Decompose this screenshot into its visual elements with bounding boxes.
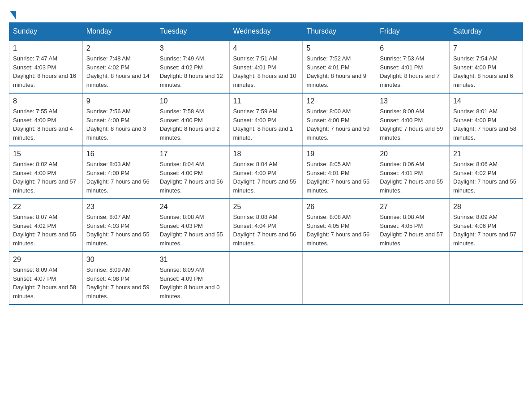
sunrise-label: Sunrise: 7:53 AM: [380, 55, 424, 62]
day-info: Sunrise: 8:09 AM Sunset: 4:07 PM Dayligh…: [13, 265, 79, 300]
day-cell: 2 Sunrise: 7:48 AM Sunset: 4:02 PM Dayli…: [82, 40, 156, 93]
header-wednesday: Wednesday: [229, 23, 303, 41]
sunset-label: Sunset: 4:08 PM: [86, 275, 129, 282]
daylight-label: Daylight: 7 hours and 55 minutes.: [13, 231, 76, 247]
sunset-label: Sunset: 4:00 PM: [306, 117, 349, 124]
sunrise-label: Sunrise: 8:04 AM: [160, 161, 204, 167]
sunset-label: Sunset: 4:00 PM: [13, 170, 56, 176]
day-cell: 26 Sunrise: 8:08 AM Sunset: 4:05 PM Dayl…: [303, 199, 376, 252]
day-number: 21: [453, 150, 519, 158]
day-info: Sunrise: 8:07 AM Sunset: 4:02 PM Dayligh…: [13, 213, 79, 248]
daylight-label: Daylight: 8 hours and 12 minutes.: [160, 73, 223, 88]
daylight-label: Daylight: 7 hours and 58 minutes.: [453, 125, 516, 141]
sunset-label: Sunset: 4:00 PM: [13, 117, 56, 124]
day-info: Sunrise: 8:05 AM Sunset: 4:01 PM Dayligh…: [306, 160, 372, 195]
daylight-label: Daylight: 8 hours and 7 minutes.: [380, 73, 440, 88]
day-cell: 19 Sunrise: 8:05 AM Sunset: 4:01 PM Dayl…: [303, 146, 376, 199]
header-friday: Friday: [376, 23, 450, 41]
daylight-label: Daylight: 7 hours and 56 minutes.: [233, 231, 296, 247]
day-info: Sunrise: 8:04 AM Sunset: 4:00 PM Dayligh…: [160, 160, 226, 195]
week-row-1: 1 Sunrise: 7:47 AM Sunset: 4:03 PM Dayli…: [9, 40, 523, 93]
day-info: Sunrise: 8:08 AM Sunset: 4:03 PM Dayligh…: [160, 213, 226, 248]
sunset-label: Sunset: 4:00 PM: [453, 64, 496, 71]
sunset-label: Sunset: 4:01 PM: [233, 64, 276, 71]
sunset-label: Sunset: 4:00 PM: [160, 117, 203, 124]
logo-arrow-icon: [10, 11, 16, 20]
day-info: Sunrise: 7:56 AM Sunset: 4:00 PM Dayligh…: [86, 107, 152, 142]
day-number: 27: [380, 203, 446, 211]
day-cell: [376, 252, 450, 304]
daylight-label: Daylight: 7 hours and 56 minutes.: [160, 178, 223, 194]
sunrise-label: Sunrise: 7:59 AM: [233, 108, 278, 115]
day-info: Sunrise: 7:52 AM Sunset: 4:01 PM Dayligh…: [306, 54, 372, 89]
sunset-label: Sunset: 4:03 PM: [160, 223, 203, 229]
day-number: 14: [453, 97, 519, 105]
day-number: 29: [13, 256, 79, 264]
daylight-label: Daylight: 7 hours and 57 minutes.: [13, 178, 76, 194]
daylight-label: Daylight: 7 hours and 59 minutes.: [306, 125, 369, 141]
sunrise-label: Sunrise: 8:06 AM: [380, 161, 424, 167]
sunset-label: Sunset: 4:01 PM: [306, 64, 349, 71]
day-cell: 21 Sunrise: 8:06 AM Sunset: 4:02 PM Dayl…: [450, 146, 523, 199]
day-cell: 16 Sunrise: 8:03 AM Sunset: 4:00 PM Dayl…: [82, 146, 156, 199]
day-cell: [450, 252, 523, 304]
day-cell: 20 Sunrise: 8:06 AM Sunset: 4:01 PM Dayl…: [376, 146, 450, 199]
daylight-label: Daylight: 8 hours and 16 minutes.: [13, 73, 76, 88]
calendar-header-row: SundayMondayTuesdayWednesdayThursdayFrid…: [9, 23, 523, 41]
header-thursday: Thursday: [303, 23, 376, 41]
sunset-label: Sunset: 4:03 PM: [13, 64, 56, 71]
sunset-label: Sunset: 4:00 PM: [160, 170, 203, 176]
day-number: 13: [380, 97, 446, 105]
sunrise-label: Sunrise: 7:56 AM: [86, 108, 131, 115]
day-info: Sunrise: 7:48 AM Sunset: 4:02 PM Dayligh…: [86, 54, 152, 89]
day-number: 18: [233, 150, 299, 158]
sunrise-label: Sunrise: 8:09 AM: [453, 214, 498, 220]
sunrise-label: Sunrise: 8:09 AM: [160, 266, 204, 273]
day-cell: [303, 252, 376, 304]
day-info: Sunrise: 8:08 AM Sunset: 4:04 PM Dayligh…: [233, 213, 299, 248]
day-cell: 22 Sunrise: 8:07 AM Sunset: 4:02 PM Dayl…: [9, 199, 83, 252]
day-cell: 11 Sunrise: 7:59 AM Sunset: 4:00 PM Dayl…: [229, 93, 303, 146]
sunrise-label: Sunrise: 7:49 AM: [160, 55, 204, 62]
day-cell: 14 Sunrise: 8:01 AM Sunset: 4:00 PM Dayl…: [450, 93, 523, 146]
week-row-3: 15 Sunrise: 8:02 AM Sunset: 4:00 PM Dayl…: [9, 146, 523, 199]
day-info: Sunrise: 8:03 AM Sunset: 4:00 PM Dayligh…: [86, 160, 152, 195]
day-number: 1: [13, 44, 79, 52]
day-cell: [229, 252, 303, 304]
day-cell: 28 Sunrise: 8:09 AM Sunset: 4:06 PM Dayl…: [450, 199, 523, 252]
daylight-label: Daylight: 7 hours and 55 minutes.: [380, 178, 443, 194]
day-cell: 1 Sunrise: 7:47 AM Sunset: 4:03 PM Dayli…: [9, 40, 83, 93]
day-info: Sunrise: 7:51 AM Sunset: 4:01 PM Dayligh…: [233, 54, 299, 89]
sunrise-label: Sunrise: 7:58 AM: [160, 108, 204, 115]
day-number: 15: [13, 150, 79, 158]
day-cell: 18 Sunrise: 8:04 AM Sunset: 4:00 PM Dayl…: [229, 146, 303, 199]
sunrise-label: Sunrise: 7:47 AM: [13, 55, 57, 62]
day-number: 28: [453, 203, 519, 211]
day-number: 12: [306, 97, 372, 105]
day-info: Sunrise: 8:08 AM Sunset: 4:05 PM Dayligh…: [306, 213, 372, 248]
sunrise-label: Sunrise: 8:06 AM: [453, 161, 498, 167]
day-cell: 7 Sunrise: 7:54 AM Sunset: 4:00 PM Dayli…: [450, 40, 523, 93]
day-info: Sunrise: 8:07 AM Sunset: 4:03 PM Dayligh…: [86, 213, 152, 248]
sunrise-label: Sunrise: 8:08 AM: [380, 214, 424, 220]
day-cell: 3 Sunrise: 7:49 AM Sunset: 4:02 PM Dayli…: [156, 40, 229, 93]
sunrise-label: Sunrise: 7:52 AM: [306, 55, 351, 62]
day-number: 16: [86, 150, 152, 158]
day-number: 22: [13, 203, 79, 211]
sunrise-label: Sunrise: 8:05 AM: [306, 161, 351, 167]
sunrise-label: Sunrise: 8:08 AM: [160, 214, 204, 220]
day-number: 2: [86, 44, 152, 52]
daylight-label: Daylight: 7 hours and 59 minutes.: [86, 284, 150, 300]
day-number: 23: [86, 203, 152, 211]
sunset-label: Sunset: 4:00 PM: [86, 170, 129, 176]
logo: [9, 9, 16, 18]
calendar-table: SundayMondayTuesdayWednesdayThursdayFrid…: [9, 22, 523, 305]
header-sunday: Sunday: [9, 23, 83, 41]
sunset-label: Sunset: 4:07 PM: [13, 275, 56, 282]
daylight-label: Daylight: 7 hours and 55 minutes.: [233, 178, 296, 194]
daylight-label: Daylight: 8 hours and 1 minute.: [233, 125, 293, 141]
sunrise-label: Sunrise: 8:02 AM: [13, 161, 57, 167]
daylight-label: Daylight: 7 hours and 57 minutes.: [380, 231, 443, 247]
sunset-label: Sunset: 4:02 PM: [160, 64, 203, 71]
day-number: 19: [306, 150, 372, 158]
